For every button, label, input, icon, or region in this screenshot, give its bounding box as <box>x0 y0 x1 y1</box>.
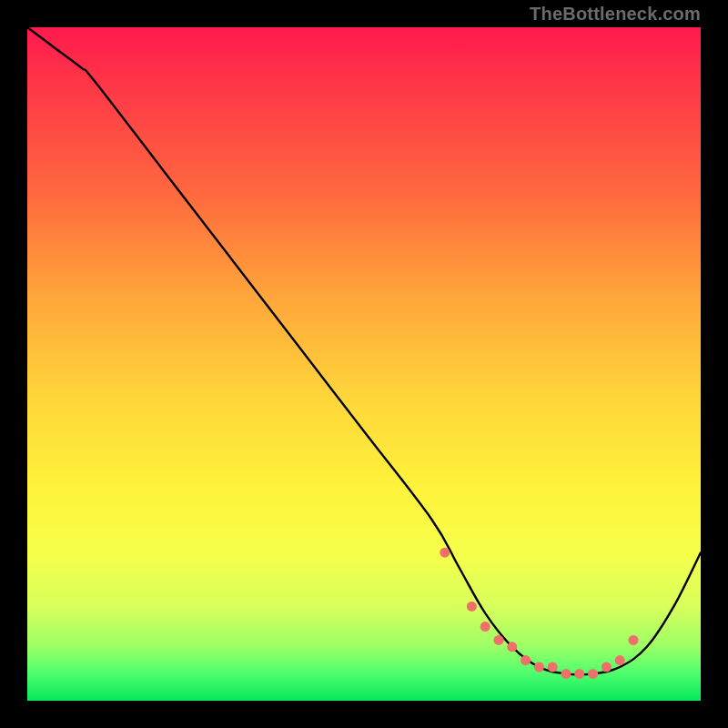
marker-dot <box>534 662 544 672</box>
marker-dot <box>615 655 625 665</box>
highlight-dots <box>440 548 638 679</box>
marker-dot <box>507 642 517 652</box>
marker-dot <box>521 655 531 665</box>
marker-dot <box>574 669 584 679</box>
marker-dot <box>561 669 571 679</box>
marker-dot <box>480 622 490 632</box>
chart-frame: TheBottleneck.com <box>0 0 728 728</box>
marker-dot <box>467 602 477 612</box>
marker-dot <box>629 635 639 645</box>
marker-dot <box>602 662 612 672</box>
chart-svg <box>27 27 701 701</box>
marker-dot <box>588 669 598 679</box>
marker-dot <box>440 548 450 558</box>
bottleneck-curve <box>27 27 701 674</box>
marker-dot <box>494 635 504 645</box>
marker-dot <box>548 662 558 672</box>
watermark-text: TheBottleneck.com <box>530 4 701 25</box>
